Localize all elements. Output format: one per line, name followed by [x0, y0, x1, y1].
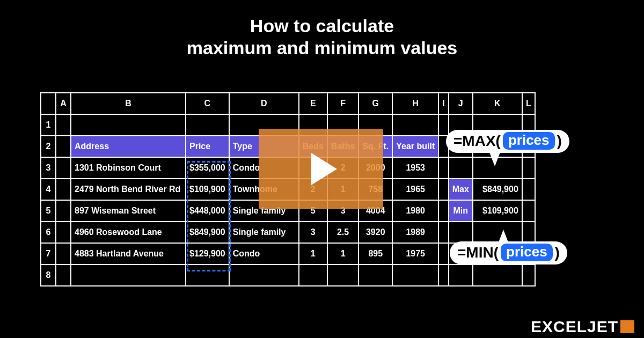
formula-min-arg: prices: [501, 244, 553, 261]
col-header[interactable]: A: [56, 93, 71, 114]
cell-price[interactable]: $448,000: [186, 200, 229, 222]
cell[interactable]: [449, 222, 473, 243]
cell[interactable]: [229, 264, 299, 286]
cell[interactable]: [438, 114, 448, 136]
callout-tail-icon: [489, 152, 500, 166]
col-header[interactable]: G: [358, 93, 392, 114]
cell-beds[interactable]: 3: [299, 222, 327, 243]
select-all-corner[interactable]: [41, 93, 56, 114]
cell[interactable]: [522, 157, 535, 179]
cell[interactable]: [449, 264, 473, 286]
cell-price[interactable]: $355,000: [186, 157, 229, 179]
cell[interactable]: [186, 264, 229, 286]
col-header[interactable]: J: [449, 93, 473, 114]
row-header[interactable]: 6: [41, 222, 56, 243]
cell-beds[interactable]: 1: [299, 243, 327, 264]
cell-year[interactable]: 1965: [392, 179, 438, 200]
cell-address[interactable]: 4960 Rosewood Lane: [71, 222, 186, 243]
cell-baths[interactable]: 1: [327, 243, 358, 264]
header-address[interactable]: Address: [71, 136, 186, 157]
row-header[interactable]: 2: [41, 136, 56, 157]
col-header[interactable]: F: [327, 93, 358, 114]
formula-min-suffix: ): [555, 244, 560, 261]
cell[interactable]: [438, 222, 448, 243]
play-button[interactable]: [259, 129, 383, 209]
cell[interactable]: [392, 264, 438, 286]
cell[interactable]: [56, 264, 71, 286]
summary-max-label[interactable]: Max: [449, 179, 473, 200]
row-header[interactable]: 7: [41, 243, 56, 264]
column-header-row: A B C D E F G H I J K L: [41, 93, 535, 114]
header-year[interactable]: Year built: [392, 136, 438, 157]
summary-min-label[interactable]: Min: [449, 200, 473, 222]
cell-price[interactable]: $849,900: [186, 222, 229, 243]
row-header[interactable]: 8: [41, 264, 56, 286]
cell[interactable]: [71, 114, 186, 136]
summary-min-value[interactable]: $109,900: [473, 200, 522, 222]
cell[interactable]: [392, 114, 438, 136]
cell[interactable]: [56, 200, 71, 222]
cell-address[interactable]: 4883 Hartland Avenue: [71, 243, 186, 264]
cell-sqft[interactable]: 3920: [358, 222, 392, 243]
col-header[interactable]: L: [522, 93, 535, 114]
cell[interactable]: [56, 136, 71, 157]
cell[interactable]: [438, 264, 448, 286]
formula-max-prefix: =MAX(: [453, 133, 501, 150]
cell[interactable]: [438, 243, 448, 264]
cell[interactable]: [56, 114, 71, 136]
cell-address[interactable]: 1301 Robinson Court: [71, 157, 186, 179]
cell-type[interactable]: Single family: [229, 222, 299, 243]
title-line-2: maximum and minimum values: [187, 38, 458, 58]
cell[interactable]: [473, 222, 522, 243]
cell[interactable]: [56, 243, 71, 264]
row-header[interactable]: 5: [41, 200, 56, 222]
cell[interactable]: [522, 222, 535, 243]
header-price[interactable]: Price: [186, 136, 229, 157]
cell-year[interactable]: 1989: [392, 222, 438, 243]
row-header[interactable]: 3: [41, 157, 56, 179]
grid-row: 6 4960 Rosewood Lane $849,900 Single fam…: [41, 222, 535, 243]
formula-max-arg: prices: [503, 132, 555, 150]
cell-address[interactable]: 2479 North Bend River Rd: [71, 179, 186, 200]
formula-callout-max: =MAX( prices ): [446, 130, 569, 153]
cell[interactable]: [71, 264, 186, 286]
cell[interactable]: [56, 157, 71, 179]
row-header[interactable]: 4: [41, 179, 56, 200]
cell[interactable]: [522, 179, 535, 200]
cell-type[interactable]: Condo: [229, 243, 299, 264]
cell[interactable]: [358, 264, 392, 286]
formula-min-prefix: =MIN(: [457, 244, 499, 261]
row-header[interactable]: 1: [41, 114, 56, 136]
cell[interactable]: [449, 157, 473, 179]
col-header[interactable]: I: [438, 93, 448, 114]
cell[interactable]: [438, 157, 448, 179]
col-header[interactable]: H: [392, 93, 438, 114]
col-header[interactable]: E: [299, 93, 327, 114]
cell-year[interactable]: 1953: [392, 157, 438, 179]
cell-sqft[interactable]: 895: [358, 243, 392, 264]
title-line-1: How to calculate: [250, 16, 394, 36]
cell[interactable]: [56, 179, 71, 200]
cell[interactable]: [522, 200, 535, 222]
col-header[interactable]: D: [229, 93, 299, 114]
col-header[interactable]: K: [473, 93, 522, 114]
cell[interactable]: [438, 200, 448, 222]
cell-price[interactable]: $129,900: [186, 243, 229, 264]
cell[interactable]: [327, 264, 358, 286]
brand-logo: EXCELJET: [531, 318, 634, 336]
cell-price[interactable]: $109,900: [186, 179, 229, 200]
cell-baths[interactable]: 2.5: [327, 222, 358, 243]
cell-address[interactable]: 897 Wiseman Street: [71, 200, 186, 222]
cell[interactable]: [473, 264, 522, 286]
cell[interactable]: [299, 264, 327, 286]
col-header[interactable]: B: [71, 93, 186, 114]
cell-year[interactable]: 1975: [392, 243, 438, 264]
callout-tail-icon: [498, 230, 509, 244]
cell[interactable]: [438, 179, 448, 200]
summary-max-value[interactable]: $849,900: [473, 179, 522, 200]
cell-year[interactable]: 1980: [392, 200, 438, 222]
col-header[interactable]: C: [186, 93, 229, 114]
cell[interactable]: [522, 264, 535, 286]
cell[interactable]: [186, 114, 229, 136]
cell[interactable]: [56, 222, 71, 243]
